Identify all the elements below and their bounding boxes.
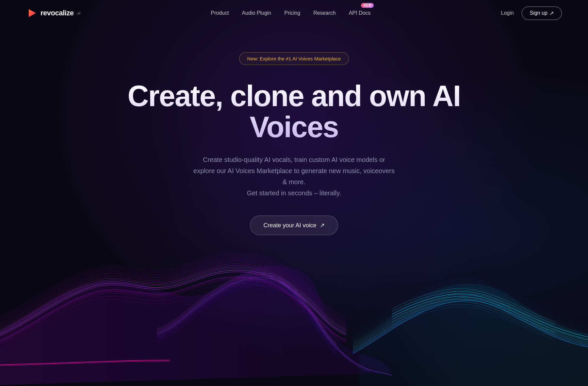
navbar: revocalize.ai Product Audio Plugin Prici…	[0, 0, 588, 26]
logo-wordmark: revocalize	[41, 9, 74, 17]
wave-visualization	[0, 216, 588, 386]
logo-icon	[26, 7, 38, 19]
login-button[interactable]: Login	[501, 10, 514, 16]
new-badge: NEW	[361, 3, 374, 8]
announcement-pill[interactable]: New: Explore the #1 AI Voices Marketplac…	[239, 52, 349, 65]
logo-ai-suffix: .ai	[76, 11, 80, 15]
cta-button[interactable]: Create your AI voice ↗	[250, 216, 338, 235]
nav-item-pricing[interactable]: Pricing	[284, 10, 300, 16]
wave-svg	[0, 216, 588, 386]
hero-title: Create, clone and own AI Voices	[114, 81, 474, 142]
signup-arrow-icon: ↗	[549, 10, 554, 16]
announcement-text: New: Explore the #1 AI Voices Marketplac…	[247, 56, 341, 61]
cyan-wave-group	[353, 278, 588, 386]
purple-wave-group	[0, 252, 392, 386]
nav-item-api-docs[interactable]: API Docs	[349, 10, 371, 16]
nav-item-product[interactable]: Product	[211, 10, 229, 16]
hero-subtitle: Create studio-quality AI vocals, train c…	[193, 154, 395, 199]
nav-item-audio-plugin[interactable]: Audio Plugin	[242, 10, 271, 16]
nav-actions: Login Sign up ↗	[501, 7, 562, 20]
logo[interactable]: revocalize.ai	[26, 7, 80, 19]
cta-arrow-icon: ↗	[320, 222, 325, 229]
hero-section: New: Explore the #1 AI Voices Marketplac…	[0, 26, 588, 235]
nav-item-research[interactable]: Research	[313, 10, 335, 16]
nav-links: Product Audio Plugin Pricing Research NE…	[211, 10, 370, 16]
svg-marker-0	[29, 9, 36, 17]
signup-button[interactable]: Sign up ↗	[522, 7, 562, 20]
